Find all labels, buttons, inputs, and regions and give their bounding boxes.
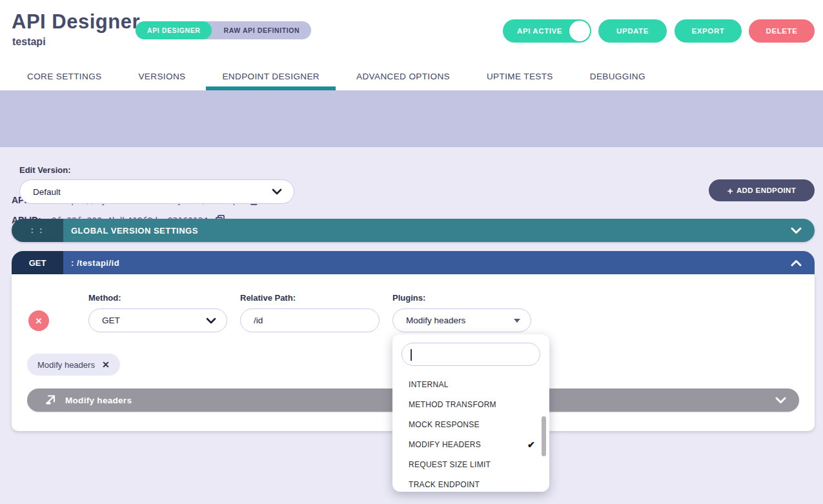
plugin-search-input[interactable]: [401, 343, 540, 366]
update-button[interactable]: UPDATE: [598, 19, 667, 43]
toggle-api-designer[interactable]: API DESIGNER: [136, 21, 212, 39]
dropdown-arrow-icon: [514, 319, 520, 323]
endpoint-path-title: : /testapi/id: [71, 258, 791, 268]
plugin-option-modify-headers[interactable]: MODIFY HEADERS ✔: [392, 434, 549, 454]
tab-bar: CORE SETTINGS VERSIONS ENDPOINT DESIGNER…: [0, 62, 823, 90]
chevron-down-icon[interactable]: [775, 397, 786, 404]
plugin-option-label: METHOD TRANSFORM: [409, 400, 496, 409]
add-endpoint-label: ADD ENDPOINT: [737, 186, 796, 194]
plugin-option-label: REQUEST SIZE LIMIT: [409, 460, 491, 469]
add-endpoint-button[interactable]: + ADD ENDPOINT: [709, 179, 815, 201]
page-title: API Designer: [12, 10, 140, 34]
plus-icon: +: [727, 185, 733, 196]
relative-path-label: Relative Path:: [240, 293, 296, 303]
plugin-option-label: TRACK ENDPOINT: [409, 480, 480, 489]
chevron-down-icon[interactable]: [791, 227, 802, 234]
plugins-label: Plugins:: [392, 293, 425, 303]
endpoint-method-badge[interactable]: GET: [12, 251, 63, 274]
tab-core-settings[interactable]: CORE SETTINGS: [27, 62, 101, 90]
tab-uptime-tests[interactable]: UPTIME TESTS: [487, 62, 553, 90]
tab-advanced-options[interactable]: ADVANCED OPTIONS: [356, 62, 450, 90]
plugin-option-mock-response[interactable]: MOCK RESPONSE ✔: [392, 414, 549, 434]
toggle-knob[interactable]: [569, 21, 590, 41]
export-button[interactable]: EXPORT: [675, 19, 742, 43]
remove-endpoint-button[interactable]: ✕: [28, 310, 49, 331]
api-name-subtitle: testapi: [12, 36, 46, 48]
edit-version-label: Edit Version:: [19, 165, 70, 175]
plugin-option-internal[interactable]: INTERNAL ✔: [392, 374, 549, 394]
api-designer-page: API Designer testapi API DESIGNER RAW AP…: [0, 0, 823, 504]
plugin-option-label: MODIFY HEADERS: [409, 440, 481, 449]
plugin-options-list: INTERNAL ✔ METHOD TRANSFORM ✔ MOCK RESPO…: [392, 374, 549, 492]
global-version-settings-main[interactable]: GLOBAL VERSION SETTINGS: [63, 219, 815, 242]
header: API Designer testapi API DESIGNER RAW AP…: [0, 0, 823, 62]
text-cursor: [411, 349, 412, 361]
plugin-option-request-size-limit[interactable]: REQUEST SIZE LIMIT ✔: [392, 454, 549, 474]
drag-handle-icon[interactable]: : :: [12, 219, 63, 242]
toggle-raw-api-definition[interactable]: RAW API DEFINITION: [212, 21, 311, 39]
plugin-option-track-endpoint[interactable]: TRACK ENDPOINT ✔: [392, 474, 549, 492]
api-active-toggle[interactable]: API ACTIVE: [503, 19, 591, 43]
plugins-dropdown-panel: INTERNAL ✔ METHOD TRANSFORM ✔ MOCK RESPO…: [392, 334, 549, 492]
global-version-settings-title: GLOBAL VERSION SETTINGS: [71, 226, 791, 236]
global-version-settings-bar[interactable]: : : GLOBAL VERSION SETTINGS: [12, 219, 815, 242]
designer-raw-toggle[interactable]: API DESIGNER RAW API DEFINITION: [136, 21, 311, 39]
check-icon: ✔: [527, 439, 535, 450]
method-select-value: GET: [102, 316, 206, 325]
plugin-chip-label: Modify headers: [37, 360, 95, 370]
chevron-down-icon: [206, 318, 216, 324]
plugin-option-label: MOCK RESPONSE: [409, 420, 480, 429]
endpoint-accordion-bar[interactable]: GET : /testapi/id: [12, 251, 815, 274]
api-active-label: API ACTIVE: [517, 27, 562, 35]
plugin-option-label: INTERNAL: [409, 380, 449, 389]
method-label: Method:: [88, 293, 121, 303]
endpoint-accordion-main[interactable]: : /testapi/id: [63, 251, 815, 274]
chevron-up-icon[interactable]: [791, 259, 802, 267]
method-select[interactable]: GET: [88, 308, 227, 332]
relative-path-input[interactable]: [240, 308, 380, 332]
delete-button[interactable]: DELETE: [749, 19, 815, 43]
remove-plugin-icon[interactable]: ✕: [102, 359, 110, 370]
plugin-type-icon: [45, 395, 56, 405]
plugin-chip-modify-headers: Modify headers ✕: [27, 354, 120, 376]
tab-versions[interactable]: VERSIONS: [138, 62, 185, 90]
chevron-down-icon: [272, 188, 282, 195]
plugins-multiselect[interactable]: Modify headers: [392, 308, 531, 332]
api-info-band: API URL: https://tyk123.cloudv2.tyk.io/t…: [0, 90, 823, 147]
tab-endpoint-designer[interactable]: ENDPOINT DESIGNER: [222, 62, 320, 90]
plugins-select-value: Modify headers: [406, 316, 514, 325]
version-select-value: Default: [33, 187, 272, 197]
tab-debugging[interactable]: DEBUGGING: [590, 62, 645, 90]
plugin-option-method-transform[interactable]: METHOD TRANSFORM ✔: [392, 394, 549, 414]
dropdown-scrollbar[interactable]: [542, 416, 546, 456]
version-select[interactable]: Default: [19, 179, 294, 204]
